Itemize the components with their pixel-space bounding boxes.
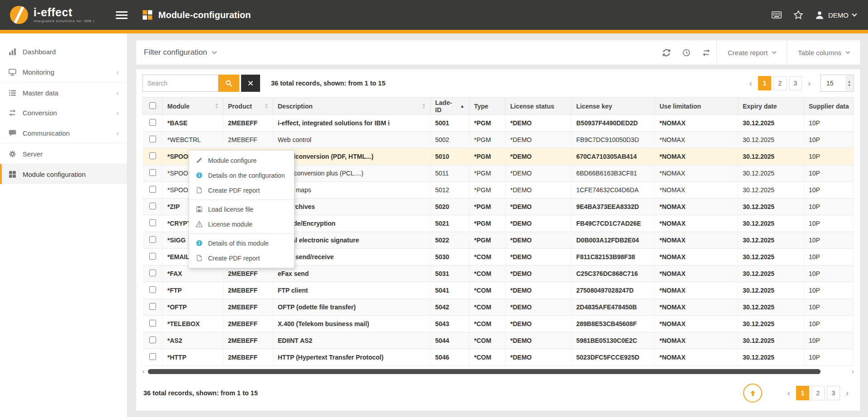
cell-use-limitation: *NOMAX — [655, 199, 738, 215]
row-checkbox[interactable] — [149, 219, 156, 226]
scroll-right-icon[interactable]: › — [852, 368, 854, 374]
row-checkbox[interactable] — [149, 169, 156, 176]
row-checkbox[interactable] — [149, 253, 156, 260]
cell-use-limitation: *NOMAX — [655, 182, 738, 199]
table-columns-button[interactable]: Table columns — [787, 40, 860, 65]
column-header-description[interactable]: Description▲▼ — [273, 98, 431, 115]
column-header-product[interactable]: Product▲▼ — [223, 98, 273, 115]
column-header-expiry_date[interactable]: Expiry date — [738, 98, 804, 115]
sort-icon[interactable]: ▲▼ — [422, 103, 426, 109]
table-row[interactable]: *OFTP2MEBEFFOFTP (odette file transfer)5… — [143, 299, 854, 316]
column-header-type[interactable]: Type — [470, 98, 506, 115]
chevron-left-icon: ‹ — [116, 68, 119, 76]
column-header-license_status[interactable]: License status — [506, 98, 572, 115]
page-button-3[interactable]: 3 — [827, 386, 840, 400]
sidebar-item-master-data[interactable]: Master data‹ — [0, 82, 127, 103]
table-row[interactable]: *BASE2MEBEFFi-effect, integrated solutio… — [143, 115, 854, 132]
cell-supplier-data: 10P — [804, 199, 854, 215]
row-checkbox[interactable] — [149, 152, 156, 159]
user-menu[interactable]: DEMO — [815, 10, 856, 19]
sort-asc-icon[interactable]: ▲ — [460, 104, 465, 109]
scroll-left-icon[interactable]: ‹ — [142, 368, 145, 374]
column-header-license_key[interactable]: License key — [572, 98, 655, 115]
scroll-to-top-button[interactable] — [743, 384, 762, 403]
context-menu-item-create-pdf-report[interactable]: Create PDF report — [189, 183, 294, 198]
next-page-button[interactable]: › — [842, 386, 852, 400]
create-report-button[interactable]: Create report — [716, 40, 787, 65]
column-header-label: Supplier data — [809, 103, 849, 110]
row-checkbox[interactable] — [149, 270, 156, 276]
row-checkbox[interactable] — [149, 186, 156, 193]
page-size-value: 15 — [826, 80, 834, 87]
cell-license-status: *DEMO — [506, 282, 572, 299]
cell-use-limitation: *NOMAX — [655, 282, 738, 299]
search-icon — [225, 80, 232, 87]
history-button[interactable] — [677, 40, 697, 65]
context-menu-item-module-configure[interactable]: Module configure — [189, 153, 294, 168]
table-row[interactable]: *WEBCTRL2MEBEFFWeb control5002*PGM*DEMOF… — [143, 132, 854, 148]
scrollbar-thumb[interactable] — [148, 369, 821, 374]
table-row[interactable]: *AS22MEBEFFEDIINT AS25044*COM*DEMO5981BE… — [143, 332, 854, 349]
refresh-button[interactable] — [657, 40, 677, 65]
row-checkbox[interactable] — [149, 203, 156, 209]
row-checkbox[interactable] — [149, 336, 156, 343]
page-button-3[interactable]: 3 — [789, 76, 802, 90]
star-icon — [793, 10, 803, 20]
sidebar-item-server[interactable]: Server — [0, 143, 127, 164]
next-page-button[interactable]: › — [804, 76, 814, 90]
transfer-button[interactable] — [697, 40, 716, 65]
sidebar-item-monitoring[interactable]: Monitoring‹ — [0, 62, 127, 82]
context-menu-item-load-license-file[interactable]: Load license file — [189, 202, 294, 217]
cell-expiry-date: 30.12.2025 — [738, 182, 804, 199]
column-header-use_limitation[interactable]: Use limitation — [655, 98, 738, 115]
clear-search-button[interactable] — [241, 75, 260, 92]
cell-description: Spool maps — [273, 182, 431, 199]
page-button-2[interactable]: 2 — [811, 386, 825, 400]
brand-logo[interactable]: i-effect integrated solutions for IBM i — [0, 6, 110, 24]
sidebar-item-conversion[interactable]: Conversion‹ — [0, 103, 127, 123]
column-header-module[interactable]: Module▲▼ — [163, 98, 223, 115]
row-checkbox[interactable] — [149, 303, 156, 310]
page-button-2[interactable]: 2 — [773, 76, 787, 90]
column-header-supplier_data[interactable]: Supplier data — [804, 98, 854, 115]
context-menu-item-details-of-this-module[interactable]: Details of this module — [189, 236, 294, 251]
page-button-1[interactable]: 1 — [796, 386, 809, 400]
page-button-1[interactable]: 1 — [758, 76, 771, 90]
context-menu-item-details-on-the-configuration[interactable]: Details on the configuration — [189, 168, 294, 183]
menu-toggle-button[interactable] — [116, 11, 128, 19]
sort-icon[interactable]: ▲▼ — [265, 103, 268, 109]
page-size-select[interactable]: 15 ▲▼ — [821, 75, 854, 92]
search-button[interactable] — [218, 75, 239, 92]
prev-page-button[interactable]: ‹ — [784, 386, 794, 400]
row-checkbox[interactable] — [149, 136, 156, 142]
context-menu-item-license-module[interactable]: License module — [189, 217, 294, 232]
row-checkbox[interactable] — [149, 353, 156, 360]
context-menu-item-create-pdf-report[interactable]: Create PDF report — [189, 251, 294, 265]
column-header-lade_id[interactable]: Lade-ID▲ — [431, 98, 470, 115]
select-all-checkbox[interactable] — [149, 102, 156, 109]
row-checkbox[interactable] — [149, 286, 156, 293]
table-row[interactable]: *TELEBOX2MEBEFFX.400 (Telekom business m… — [143, 316, 854, 332]
sidebar-item-module-configuration[interactable]: Module configuration — [0, 164, 127, 184]
cell-checkbox — [143, 249, 163, 265]
table-row[interactable]: *HTTP2MEBEFFHTTP (Hypertext Transfer Pro… — [143, 349, 854, 366]
sidebar-item-dashboard[interactable]: Dashboard — [0, 42, 127, 62]
row-checkbox[interactable] — [149, 119, 156, 126]
row-checkbox[interactable] — [149, 236, 156, 243]
filter-configuration-label: Filter configuration — [144, 48, 207, 57]
chevron-left-icon: ‹ — [116, 89, 119, 97]
scrollbar-track[interactable] — [148, 369, 849, 374]
sort-icon[interactable]: ▲▼ — [215, 103, 218, 109]
favorites-button[interactable] — [793, 10, 803, 20]
prev-page-button[interactable]: ‹ — [746, 76, 756, 90]
cell-checkbox — [143, 148, 163, 165]
filter-configuration-toggle[interactable]: Filter configuration — [136, 40, 224, 65]
console-button[interactable] — [772, 10, 782, 20]
table-row[interactable]: *FTP2MEBEFFFTP client5041*COM*DEMO275080… — [143, 282, 854, 299]
search-input[interactable] — [142, 75, 218, 92]
create-report-label: Create report — [728, 49, 768, 57]
row-checkbox[interactable] — [149, 320, 156, 327]
cell-expiry-date: 30.12.2025 — [738, 282, 804, 299]
sidebar-item-communication[interactable]: Communication‹ — [0, 123, 127, 143]
cell-license-status: *DEMO — [506, 165, 572, 182]
